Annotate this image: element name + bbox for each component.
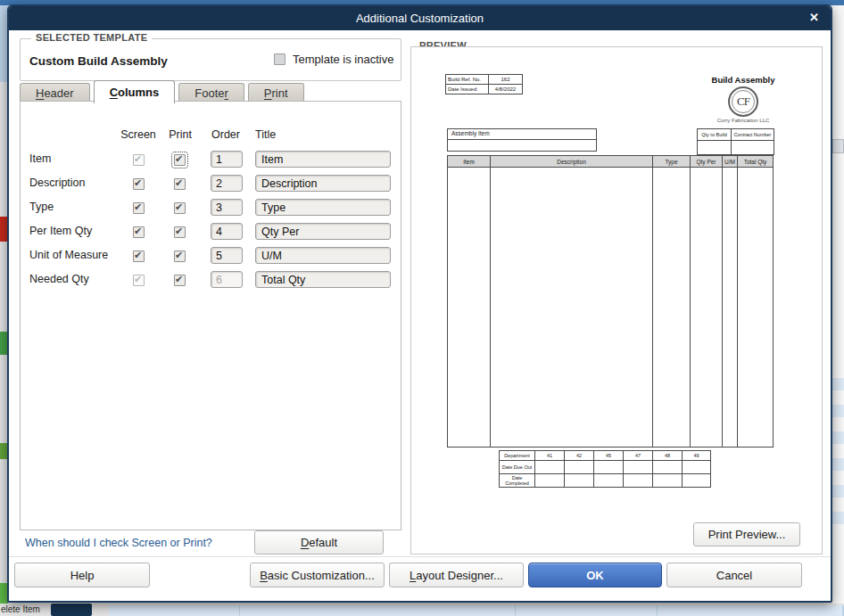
title-input[interactable] bbox=[255, 151, 391, 168]
print-checkbox[interactable] bbox=[174, 251, 186, 262]
basic-customization-button[interactable]: Basic Customization... bbox=[250, 563, 385, 587]
department-header: Department bbox=[500, 451, 535, 461]
layout-designer-button[interactable]: Layout Designer... bbox=[389, 563, 524, 587]
background-fragment bbox=[832, 512, 844, 524]
background-app-right bbox=[832, 5, 844, 616]
empty-cell bbox=[698, 141, 732, 155]
table-row: Type bbox=[21, 196, 401, 220]
preview-ref-value: 4/8/2022 bbox=[489, 85, 523, 94]
screen-checkbox[interactable] bbox=[133, 202, 145, 214]
order-input[interactable] bbox=[211, 175, 243, 192]
order-input[interactable] bbox=[211, 199, 243, 216]
empty-cell bbox=[594, 461, 624, 474]
print-checkbox[interactable] bbox=[174, 275, 186, 286]
empty-cell bbox=[624, 461, 653, 474]
preview-ref-label: Date Issued: bbox=[446, 85, 489, 94]
row-label: Unit of Measure bbox=[29, 249, 108, 261]
preview-doc-title: Build Assembly bbox=[679, 75, 807, 85]
print-checkbox[interactable] bbox=[174, 154, 186, 166]
background-cell bbox=[658, 605, 843, 616]
background-cell bbox=[516, 605, 658, 616]
table-row: Needed Qty bbox=[21, 268, 401, 292]
background-fragment bbox=[832, 405, 844, 417]
screen-checkbox[interactable] bbox=[133, 154, 145, 166]
column-rows: Item Description Type bbox=[21, 148, 401, 292]
dialog-titlebar[interactable]: Additional Customization ✕ bbox=[9, 6, 831, 30]
preview-col-header: Item bbox=[448, 156, 491, 168]
preview-pane: Build Ref. No. 162 Date Issued: 4/8/2022… bbox=[410, 46, 823, 554]
empty-cell bbox=[448, 168, 491, 448]
preview-department-table: Department 41 42 45 47 48 49 Date Due Ou… bbox=[499, 450, 711, 488]
close-icon[interactable]: ✕ bbox=[809, 11, 819, 24]
preview-col-header: Description bbox=[491, 156, 653, 168]
title-input[interactable] bbox=[255, 271, 391, 288]
empty-cell bbox=[683, 474, 711, 488]
empty-cell bbox=[653, 168, 691, 448]
preview-qty-contract-table: Qty to Build Contract Number bbox=[697, 128, 774, 155]
print-checkbox[interactable] bbox=[174, 202, 186, 214]
background-app-bottom: elete Item bbox=[0, 604, 844, 616]
contract-number-label: Contract Number bbox=[732, 129, 774, 141]
order-input[interactable] bbox=[211, 247, 243, 264]
department-number: 47 bbox=[624, 451, 653, 461]
screen-or-print-help-link[interactable]: When should I check Screen or Print? bbox=[25, 537, 212, 549]
help-button[interactable]: Help bbox=[14, 563, 150, 587]
screen-checkbox[interactable] bbox=[133, 275, 145, 286]
empty-cell bbox=[723, 168, 738, 448]
table-row: Description bbox=[21, 172, 401, 196]
screen-checkbox[interactable] bbox=[133, 178, 145, 190]
logo-monogram: CF bbox=[732, 90, 755, 113]
preview-col-header: Total Qty bbox=[738, 156, 774, 168]
screen: elete Item Additional Customization ✕ SE… bbox=[0, 0, 844, 616]
template-name: Custom Build Assembly bbox=[29, 54, 168, 68]
background-table-row bbox=[109, 605, 844, 616]
print-checkbox[interactable] bbox=[174, 178, 186, 190]
title-input[interactable] bbox=[255, 199, 391, 216]
department-row-label: Date Due Out bbox=[500, 461, 535, 474]
background-fragment bbox=[51, 604, 92, 616]
company-name: Corry Fabrication LLC bbox=[679, 118, 807, 123]
background-fragment bbox=[832, 139, 844, 153]
preview-ref-value: 162 bbox=[489, 75, 523, 85]
preview-ref-label: Build Ref. No. bbox=[446, 75, 489, 85]
cancel-button[interactable]: Cancel bbox=[666, 563, 802, 587]
order-input[interactable] bbox=[211, 223, 243, 240]
row-label: Needed Qty bbox=[29, 273, 89, 285]
tab-columns[interactable]: Columns bbox=[94, 80, 176, 103]
title-input[interactable] bbox=[255, 223, 391, 240]
title-input[interactable] bbox=[255, 175, 391, 192]
order-input[interactable] bbox=[211, 151, 243, 168]
row-label: Description bbox=[29, 177, 86, 189]
template-inactive-checkbox[interactable] bbox=[274, 53, 285, 65]
screen-checkbox[interactable] bbox=[133, 226, 145, 238]
company-logo: CF bbox=[728, 86, 758, 117]
preview-col-header: Type bbox=[653, 156, 691, 168]
default-button[interactable]: Default bbox=[254, 530, 384, 554]
department-number: 45 bbox=[594, 451, 624, 461]
row-label: Item bbox=[29, 152, 51, 165]
tab-print[interactable]: Print bbox=[248, 83, 304, 102]
tab-footer[interactable]: Footer bbox=[178, 83, 244, 102]
empty-cell bbox=[565, 474, 594, 488]
screen-column-header: Screen bbox=[120, 128, 156, 141]
screen-checkbox[interactable] bbox=[133, 251, 145, 262]
preview-main-table: Item Description Type Qty Per U/M Total … bbox=[447, 155, 774, 448]
tab-header[interactable]: Header bbox=[20, 83, 90, 102]
department-number: 41 bbox=[535, 451, 565, 461]
additional-customization-dialog: Additional Customization ✕ SELECTED TEMP… bbox=[7, 4, 832, 603]
row-label: Per Item Qty bbox=[29, 225, 92, 237]
table-row: Item bbox=[21, 148, 401, 172]
background-fragment bbox=[832, 485, 844, 497]
selected-template-label: SELECTED TEMPLATE bbox=[31, 32, 152, 43]
print-preview-button[interactable]: Print Preview... bbox=[693, 522, 800, 546]
empty-cell bbox=[565, 461, 594, 474]
ok-button[interactable]: OK bbox=[528, 563, 662, 587]
title-column-header: Title bbox=[255, 128, 276, 141]
title-input[interactable] bbox=[255, 247, 391, 264]
order-input[interactable] bbox=[211, 271, 243, 288]
print-column-header: Print bbox=[169, 128, 192, 141]
preview-assembly-item-box: Assembly Item bbox=[447, 128, 597, 152]
assembly-item-label: Assembly Item bbox=[448, 129, 596, 140]
background-fragment bbox=[832, 378, 844, 390]
print-checkbox[interactable] bbox=[174, 226, 186, 238]
